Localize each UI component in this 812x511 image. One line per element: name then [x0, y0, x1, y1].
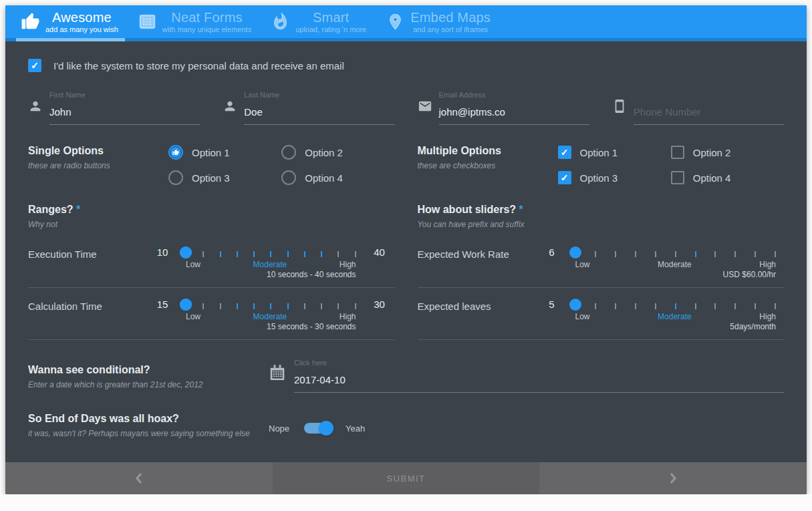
slider-tick [304, 251, 305, 257]
required-asterisk: * [76, 204, 80, 215]
slider-handle[interactable] [180, 299, 192, 311]
option-label: Option 1 [192, 147, 230, 158]
last-name-field[interactable]: Last Name Doe [223, 88, 394, 125]
slider-scale-labels: Low Moderate High [575, 260, 777, 269]
tab-awesome[interactable]: Awesome add as many you wish [12, 5, 129, 41]
slider-ticks [186, 251, 356, 257]
radio-option-4[interactable]: Option 4 [281, 170, 394, 185]
next-step-button[interactable] [539, 462, 807, 494]
slider-label: Expected leaves [418, 299, 537, 312]
scale-high: High [759, 260, 776, 269]
date-field[interactable]: Click here 2017-04-10 [269, 356, 784, 393]
slider-note: 5days/month [575, 322, 777, 331]
slider-handle[interactable] [569, 299, 581, 311]
radio-icon[interactable] [281, 145, 296, 160]
option-label: Option 2 [305, 147, 343, 158]
slider-high-value: 40 [364, 246, 395, 259]
phone-field[interactable]: Phone Number [612, 88, 784, 125]
checkbox-option-1[interactable]: ✓ Option 1 [558, 145, 671, 160]
slider-label: Calculation Time [28, 299, 147, 312]
option-label: Option 3 [580, 172, 618, 184]
phone-placeholder[interactable]: Phone Number [634, 106, 784, 118]
radio-option-3[interactable]: Option 3 [168, 170, 281, 185]
slider-tick [253, 303, 255, 309]
date-value[interactable]: 2017-04-10 [294, 374, 784, 385]
consent-label: I'd like the system to store my personal… [53, 60, 344, 71]
option-label: Option 4 [305, 172, 343, 184]
checkbox-icon[interactable]: ✓ [671, 171, 684, 184]
tab-title: Neat Forms [171, 10, 242, 25]
sliders-title: How about sliders? * [418, 204, 785, 216]
slider-tick [237, 303, 238, 309]
section-headers: Ranges? * Why not How about sliders? * Y… [28, 204, 784, 229]
hoax-subtitle: it was, wasn't it? Perhaps mayans were s… [28, 429, 269, 438]
radio-icon[interactable] [168, 145, 183, 160]
ranges-title: Ranges? * [28, 204, 395, 216]
field-label [634, 91, 636, 99]
ranges-section-header: Ranges? * Why not [28, 204, 395, 229]
radio-option-1[interactable]: Option 1 [168, 145, 281, 160]
scale-low: Low [575, 312, 590, 321]
checkbox-icon[interactable]: ✓ [671, 146, 684, 159]
checkbox-option-2[interactable]: ✓ Option 2 [671, 145, 784, 160]
envelope-icon [418, 88, 439, 125]
checkbox-icon[interactable]: ✓ [558, 171, 571, 184]
previous-step-button[interactable] [5, 462, 273, 494]
email-field[interactable]: Email Address john@iptms.co [418, 88, 589, 125]
slider-handle[interactable] [569, 246, 581, 259]
form-body: ✓ I'd like the system to store my person… [5, 41, 807, 462]
slider-tick [237, 251, 238, 257]
checkbox-option-4[interactable]: ✓ Option 4 [671, 170, 784, 185]
last-name-value[interactable]: Doe [244, 106, 394, 118]
map-pin-icon [386, 13, 404, 31]
slider-tick [337, 303, 339, 309]
toggle-knob[interactable] [319, 421, 333, 436]
tab-subtitle: add as many you wish [45, 25, 118, 33]
form-wizard-window: Awesome add as many you wish Neat Forms … [5, 5, 807, 494]
tab-subtitle: and any sort of iframes [413, 25, 488, 33]
tab-neat-forms[interactable]: Neat Forms with many unique elements [129, 5, 262, 41]
scale-low: Low [186, 312, 200, 321]
slider-note: USD $60.00/hr [575, 270, 777, 279]
field-label: Email Address [439, 91, 486, 99]
option-label: Option 4 [693, 172, 731, 184]
conditional-subtitle: Enter a date which is greater than 21st … [28, 380, 269, 389]
field-label: Last Name [244, 91, 279, 99]
slider-low-value: 15 [147, 299, 178, 311]
slider-value: 6 [537, 246, 567, 259]
single-options-group: Single Options these are radio buttons O… [28, 145, 395, 185]
field-label: First Name [49, 91, 86, 99]
scale-high: High [340, 260, 356, 269]
radio-option-2[interactable]: Option 2 [281, 145, 394, 160]
sliders-subtitle: You can have prefix and suffix [418, 220, 785, 229]
slider-tick [695, 303, 696, 309]
multiple-options-title: Multiple Options [418, 145, 558, 157]
form-icon [138, 13, 156, 31]
hoax-toggle[interactable] [304, 423, 331, 434]
checkbox-icon[interactable]: ✓ [558, 146, 571, 159]
date-field-label: Click here [294, 359, 327, 367]
slider-label: Execution Time [28, 246, 147, 260]
ranges-subtitle: Why not [28, 220, 395, 229]
tab-title: Embed Maps [410, 10, 491, 25]
tab-embed-maps[interactable]: Embed Maps and any sort of iframes [377, 5, 501, 41]
slider-tick [615, 251, 616, 257]
radio-icon[interactable] [168, 170, 183, 185]
slider-handle[interactable] [180, 246, 192, 259]
submit-button[interactable]: SUBMIT [273, 462, 540, 494]
person-icon [223, 88, 244, 125]
radio-icon[interactable] [281, 170, 296, 185]
tab-smart[interactable]: Smart upload, rating 'n more [262, 5, 377, 41]
first-name-value[interactable]: John [49, 106, 200, 118]
checkbox-option-3[interactable]: ✓ Option 3 [558, 170, 671, 185]
single-options-title: Single Options [28, 145, 168, 157]
consent-checkbox[interactable]: ✓ [28, 59, 41, 72]
execution-time-slider-row: Execution Time 10 Low Moderate High 10 s… [28, 236, 395, 288]
slider-scale-labels: Low Moderate High [575, 312, 777, 321]
email-value[interactable]: john@iptms.co [439, 106, 589, 118]
phone-icon [612, 88, 634, 125]
first-name-field[interactable]: First Name John [28, 88, 200, 125]
slider-tick [655, 303, 656, 309]
scale-low: Low [186, 260, 200, 269]
tab-title: Awesome [52, 10, 112, 25]
